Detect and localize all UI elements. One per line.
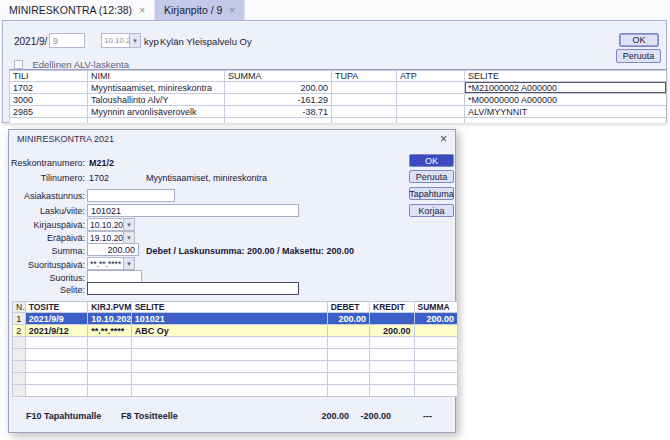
- cell-tupa[interactable]: [332, 82, 397, 94]
- close-icon[interactable]: ×: [229, 5, 235, 16]
- summa-input[interactable]: [87, 243, 139, 256]
- laskuviite-label: Lasku/viite:: [9, 206, 85, 216]
- reskontranumero-value: M21/2: [89, 158, 114, 168]
- kredit-total: -200.00: [350, 411, 391, 421]
- asiakastunnus-input[interactable]: [87, 189, 175, 202]
- cancel-button[interactable]: Peruuta: [616, 49, 661, 63]
- chevron-down-icon[interactable]: ▾: [129, 34, 140, 47]
- cell-tili[interactable]: 1702: [10, 82, 88, 94]
- cell-tili[interactable]: 2985: [10, 106, 88, 118]
- tab-kirjanpito[interactable]: Kirjanpito / 9 ×: [155, 0, 245, 20]
- col-tupa: TUPA: [332, 71, 397, 82]
- cell-summa[interactable]: 200.00: [414, 313, 457, 325]
- selite-input[interactable]: [87, 282, 299, 295]
- accounts-table-container: TILI NIMI SUMMA TUPA ATP SELITE 1702 Myy…: [9, 69, 666, 123]
- col-tili: TILI: [10, 71, 88, 82]
- company-name-label: Kylän Yleispalvelu Oy: [160, 36, 252, 47]
- cell-kirjpvm[interactable]: 10.10.2021: [88, 313, 131, 325]
- cell-summa[interactable]: 200.00: [225, 82, 332, 94]
- cell-selite[interactable]: ALV/MYYNNIT: [465, 106, 667, 118]
- dialog-title: MINIRESKONTRA 2021: [17, 134, 114, 144]
- col-kredit: KREDIT: [370, 302, 415, 313]
- edellinen-alv-checkbox[interactable]: [14, 60, 23, 69]
- table-row[interactable]: 1702 Myyntisaamiset, minireskontra 200.0…: [10, 82, 667, 94]
- cell-kredit[interactable]: [370, 313, 415, 325]
- reskontranumero-label: Reskontranumero:: [9, 158, 85, 168]
- tilinumero-label: Tilinumero:: [9, 173, 85, 183]
- laskuviite-input[interactable]: [87, 204, 299, 217]
- table-row[interactable]: 2985 Myynnin arvonlisäverovelk -38.71 AL…: [10, 106, 667, 118]
- cell-summa[interactable]: -161.29: [225, 94, 332, 106]
- tapahtuma-button[interactable]: Tapahtuma: [409, 187, 454, 200]
- cell-atp[interactable]: [397, 106, 465, 118]
- cell-nimi[interactable]: Taloushallinto Alv/Y: [88, 94, 225, 106]
- cell-rownum: 2: [13, 325, 26, 337]
- accounts-table: TILI NIMI SUMMA TUPA ATP SELITE 1702 Myy…: [9, 70, 666, 123]
- cell-summa[interactable]: [414, 325, 457, 337]
- cell-atp[interactable]: [397, 94, 465, 106]
- asiakastunnus-label: Asiakastunnus:: [9, 191, 85, 201]
- col-tosite: TOSITE: [25, 302, 88, 313]
- cell-rownum: 1: [13, 313, 26, 325]
- cell-tosite[interactable]: 2021/9/12: [25, 325, 88, 337]
- cell-kredit[interactable]: 200.00: [370, 325, 415, 337]
- dialog-cancel-button[interactable]: Peruuta: [409, 170, 454, 183]
- cell-kirjpvm[interactable]: **.**.****: [88, 325, 131, 337]
- cell-tosite[interactable]: 2021/9/9: [25, 313, 88, 325]
- col-summa: SUMMA: [414, 302, 457, 313]
- suorituspaiva-combobox[interactable]: **.**.**** ▾: [87, 257, 135, 270]
- cell-atp[interactable]: [397, 82, 465, 94]
- cell-tupa[interactable]: [332, 106, 397, 118]
- f8-shortcut-label: F8 Tositteelle: [121, 411, 178, 421]
- cell-nimi[interactable]: Myyntisaamiset, minireskontra: [88, 82, 225, 94]
- table-row-selected[interactable]: 1 2021/9/9 10.10.2021 101021 200.00 200.…: [13, 313, 458, 325]
- f10-shortcut-label: F10 Tapahtumalle: [26, 411, 101, 421]
- table-row-empty[interactable]: [13, 373, 458, 385]
- col-debet: DEBET: [327, 302, 369, 313]
- table-header-row: TILI NIMI SUMMA TUPA ATP SELITE: [10, 71, 667, 82]
- cell-selite[interactable]: *M00000000 A000000: [465, 94, 667, 106]
- chevron-down-icon[interactable]: ▾: [123, 219, 134, 230]
- minireskontra-window: 2021/9/ 10.10.2021 ▾ kyp Kylän Yleispalv…: [2, 20, 667, 123]
- ok-button[interactable]: OK: [619, 33, 659, 47]
- cell-nimi[interactable]: Myynnin arvonlisäverovelk: [88, 106, 225, 118]
- chevron-down-icon[interactable]: ▾: [123, 258, 134, 269]
- cell-selite[interactable]: ABC Oy: [131, 325, 327, 337]
- date-value: 10.10.2021: [102, 34, 129, 47]
- company-prefix-label: kyp: [144, 36, 159, 47]
- cell-debet[interactable]: [327, 325, 369, 337]
- cell-summa[interactable]: -38.71: [225, 106, 332, 118]
- col-nimi: NIMI: [88, 71, 225, 82]
- table-row-empty[interactable]: [13, 337, 458, 349]
- cell-tupa[interactable]: [332, 94, 397, 106]
- tab-minireskontra[interactable]: MINIRESKONTRA (12:38) ×: [0, 0, 155, 20]
- cell-debet[interactable]: 200.00: [327, 313, 369, 325]
- period-label: 2021/9/: [14, 36, 47, 47]
- cell-tili[interactable]: 3000: [10, 94, 88, 106]
- korjaa-button[interactable]: Korjaa: [409, 204, 454, 217]
- close-icon[interactable]: ×: [440, 132, 447, 146]
- table-row[interactable]: 2 2021/9/12 **.**.**** ABC Oy 200.00: [13, 325, 458, 337]
- tab-label: Kirjanpito / 9: [164, 4, 222, 16]
- date-combobox[interactable]: 10.10.2021 ▾: [101, 33, 141, 48]
- erapaiva-label: Eräpäivä:: [9, 233, 85, 243]
- cell-selite[interactable]: 101021: [131, 313, 327, 325]
- table-row-empty[interactable]: [13, 385, 458, 397]
- table-row-empty[interactable]: [13, 349, 458, 361]
- table-row-empty[interactable]: [10, 118, 667, 124]
- dialog-ok-button[interactable]: OK: [409, 154, 454, 167]
- tab-bar: MINIRESKONTRA (12:38) × Kirjanpito / 9 ×: [0, 0, 670, 20]
- col-selite: SELITE: [131, 302, 327, 313]
- cell-selite-focused[interactable]: *M21000002 A000000: [465, 82, 667, 94]
- table-row-empty[interactable]: [13, 361, 458, 373]
- col-summa: SUMMA: [225, 71, 332, 82]
- kirjauspaiva-value: 10.10.2021: [88, 219, 123, 230]
- app-screen: MINIRESKONTRA (12:38) × Kirjanpito / 9 ×…: [0, 0, 670, 440]
- selite-label: Selite:: [9, 285, 85, 295]
- kirjauspaiva-combobox[interactable]: 10.10.2021 ▾: [87, 218, 135, 231]
- period-input[interactable]: [49, 33, 85, 48]
- chevron-down-icon[interactable]: ▾: [123, 232, 134, 243]
- erapaiva-value: 19.10.2021: [88, 232, 123, 243]
- close-icon[interactable]: ×: [139, 5, 145, 16]
- table-row[interactable]: 3000 Taloushallinto Alv/Y -161.29 *M0000…: [10, 94, 667, 106]
